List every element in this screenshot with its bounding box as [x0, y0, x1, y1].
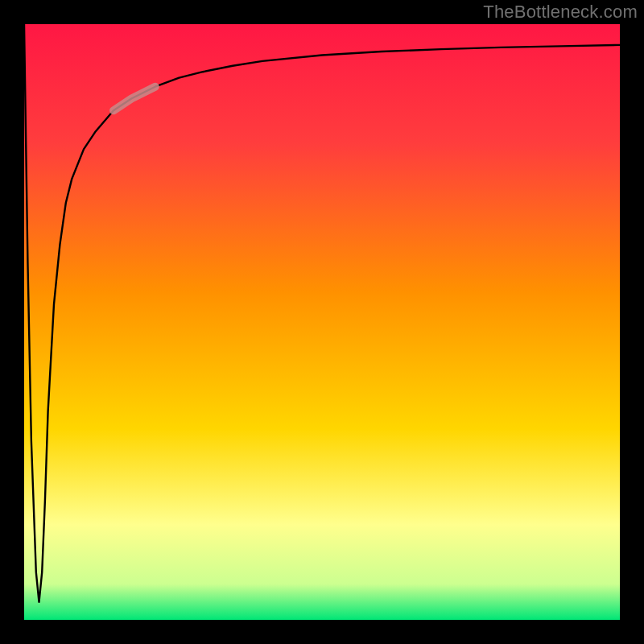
chart-svg [24, 24, 620, 620]
watermark-text: TheBottleneck.com [483, 2, 638, 23]
plot-area [24, 24, 620, 620]
chart-frame: TheBottleneck.com [0, 0, 644, 644]
